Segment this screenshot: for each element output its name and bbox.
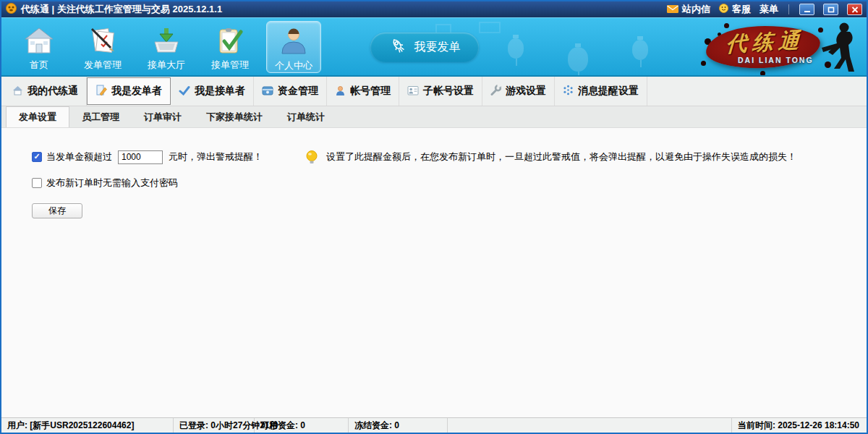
wrench-icon [490, 85, 501, 98]
close-button[interactable] [847, 4, 862, 15]
main-navbar: 首页 发单管理 接单大厅 接单管理 个人中心 我要发单 代练通 DAI LIAN… [1, 17, 867, 77]
subtab-post-settings[interactable]: 发单设置 [6, 106, 69, 127]
subtab-label: 订单统计 [287, 111, 325, 124]
inbox-button[interactable]: 站内信 [667, 3, 710, 16]
tab-label: 帐号管理 [350, 85, 391, 98]
support-button[interactable]: 客服 [719, 3, 751, 16]
window-title: 代练通 | 关注代练工作室管理与交易 2025.12.1.1 [21, 3, 222, 16]
account-icon [335, 85, 346, 98]
alert-label-suffix: 元时，弹出警戒提醒！ [169, 150, 263, 163]
check-icon [179, 85, 190, 98]
funds-icon [262, 85, 273, 98]
alert-checkbox[interactable] [32, 152, 42, 162]
status-current-time: 当前时间: 2025-12-26 18:14:50 [731, 418, 867, 433]
tab-sub-account[interactable]: 子帐号设置 [399, 77, 482, 106]
tab-label: 游戏设置 [506, 85, 546, 98]
app-logo-icon [6, 3, 17, 16]
alert-setting-row: 当发单金额超过 元时，弹出警戒提醒！ 设置了此提醒金额后，在您发布新订单时，一旦… [32, 150, 867, 164]
tab-label: 子帐号设置 [423, 85, 474, 98]
inbox-label: 站内信 [682, 3, 710, 16]
tab-my-dailiantong[interactable]: 我的代练通 [4, 77, 87, 106]
tab-label: 我的代练通 [27, 85, 78, 98]
subtab-order-stats[interactable]: 订单统计 [275, 106, 337, 127]
app-window: 代练通 | 关注代练工作室管理与交易 2025.12.1.1 站内信 客服 菜单 [0, 0, 868, 434]
tab-poster[interactable]: 我是发单者 [87, 77, 171, 105]
status-frozen-funds: 冻结资金: 0 [349, 418, 448, 433]
nav-personal-center[interactable]: 个人中心 [266, 21, 321, 73]
pattern-decoration [479, 22, 501, 33]
titlebar-separator [788, 4, 789, 14]
nav-take-management[interactable]: 接单管理 [203, 22, 258, 75]
sub-tab-bar: 发单设置 员工管理 订单审计 下家接单统计 订单统计 [1, 106, 867, 128]
alert-label-prefix: 当发单金额超过 [46, 150, 112, 163]
tab-funds[interactable]: 资金管理 [254, 77, 327, 106]
no-password-row: 发布新订单时无需输入支付密码 [32, 176, 867, 190]
subtab-label: 发单设置 [19, 111, 56, 124]
home-icon [23, 27, 55, 56]
tab-notifications[interactable]: 消息提醒设置 [555, 77, 647, 106]
tab-label: 资金管理 [278, 85, 318, 98]
minimize-button[interactable] [799, 4, 814, 15]
sub-account-icon [407, 85, 419, 98]
lantern-decoration [632, 40, 648, 60]
status-user: 用户: [新手USR2025122604462] [1, 418, 174, 433]
lantern-decoration [568, 47, 588, 72]
post-order-button-label: 我要发单 [414, 40, 461, 55]
post-order-button[interactable]: 我要发单 [370, 33, 479, 62]
status-available-funds: 可用资金: 0 [255, 418, 349, 433]
kungfu-silhouette-icon [812, 20, 864, 77]
status-login-duration: 已登录: 0小时27分钟21秒 [174, 418, 255, 433]
menu-button[interactable]: 菜单 [760, 3, 778, 16]
nav-order-hall[interactable]: 接单大厅 [139, 22, 194, 75]
lantern-decoration [508, 38, 524, 59]
tab-label: 消息提醒设置 [578, 85, 639, 98]
support-label: 客服 [732, 3, 751, 16]
home-small-icon [12, 85, 23, 98]
nav-post-management[interactable]: 发单管理 [75, 22, 130, 75]
nav-home[interactable]: 首页 [12, 22, 67, 75]
tab-label: 我是接单者 [195, 85, 245, 98]
no-password-label: 发布新订单时无需输入支付密码 [46, 176, 178, 190]
status-spacer [448, 418, 731, 433]
subtab-downstream-stats[interactable]: 下家接单统计 [194, 106, 275, 127]
alert-amount-input[interactable] [118, 150, 163, 164]
save-button[interactable]: 保存 [32, 203, 82, 218]
tab-label: 我是发单者 [111, 85, 162, 98]
no-password-checkbox[interactable] [32, 178, 42, 188]
nav-take-management-label: 接单管理 [211, 59, 249, 72]
tab-game-settings[interactable]: 游戏设置 [482, 77, 555, 106]
post-orders-icon [87, 27, 119, 56]
rocket-icon [389, 37, 408, 59]
statusbar: 用户: [新手USR2025122604462] 已登录: 0小时27分钟21秒… [1, 417, 867, 433]
order-hall-icon [150, 27, 182, 56]
edit-page-icon [95, 85, 107, 98]
tab-account[interactable]: 帐号管理 [327, 77, 399, 106]
notify-icon [563, 85, 574, 98]
brand-logo: 代练通 DAI LIAN TONG [696, 20, 864, 76]
subtab-staff[interactable]: 员工管理 [69, 106, 132, 127]
lightbulb-icon [305, 150, 319, 164]
subtab-label: 订单审计 [144, 111, 182, 124]
tab-taker[interactable]: 我是接单者 [171, 77, 254, 106]
nav-post-management-label: 发单管理 [84, 59, 122, 72]
maximize-button[interactable] [823, 4, 838, 15]
nav-personal-center-label: 个人中心 [275, 59, 312, 72]
main-tab-bar: 我的代练通 我是发单者 我是接单者 资金管理 帐号管理 子帐号设置 游戏设置 [1, 77, 867, 106]
take-orders-icon [214, 27, 246, 56]
subtab-order-audit[interactable]: 订单审计 [132, 106, 194, 127]
subtab-label: 员工管理 [82, 111, 119, 124]
logo-title: 代练通 [714, 25, 817, 59]
smiley-headset-icon [719, 4, 728, 15]
nav-home-label: 首页 [30, 59, 48, 72]
logo-subtitle: DAI LIAN TONG [738, 56, 814, 64]
content-panel: 当发单金额超过 元时，弹出警戒提醒！ 设置了此提醒金额后，在您发布新订单时，一旦… [1, 128, 867, 417]
alert-hint-text: 设置了此提醒金额后，在您发布新订单时，一旦超过此警戒值，将会弹出提醒，以避免由于… [326, 150, 796, 163]
envelope-icon [667, 4, 678, 15]
subtab-label: 下家接单统计 [206, 111, 263, 124]
personal-center-icon [278, 26, 310, 57]
titlebar: 代练通 | 关注代练工作室管理与交易 2025.12.1.1 站内信 客服 菜单 [1, 1, 867, 17]
nav-order-hall-label: 接单大厅 [148, 59, 185, 72]
